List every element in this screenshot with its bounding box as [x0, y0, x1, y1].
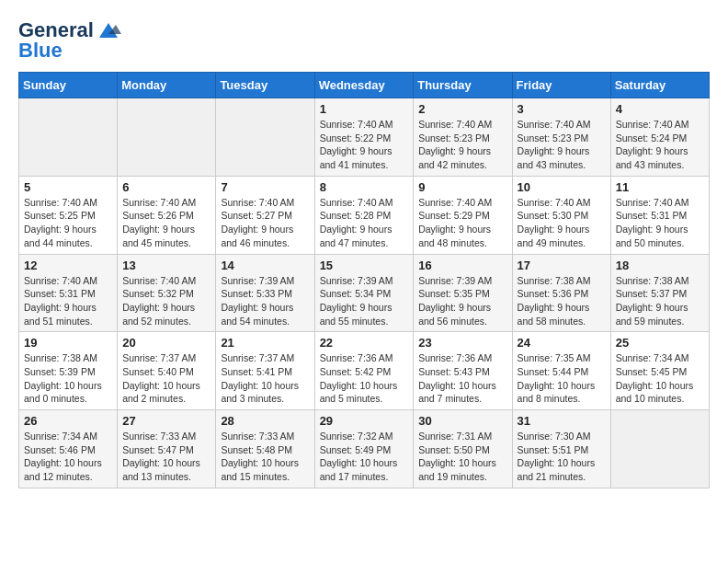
day-number: 9: [418, 180, 506, 194]
day-number: 15: [320, 259, 409, 272]
calendar-cell: 31Sunrise: 7:30 AM Sunset: 5:51 PM Dayli…: [512, 410, 610, 488]
calendar-cell: 22Sunrise: 7:36 AM Sunset: 5:42 PM Dayli…: [314, 332, 414, 410]
day-info: Sunrise: 7:36 AM Sunset: 5:43 PM Dayligh…: [418, 351, 506, 406]
calendar-week-row: 1Sunrise: 7:40 AM Sunset: 5:22 PM Daylig…: [19, 98, 710, 177]
day-number: 3: [518, 102, 606, 116]
calendar-cell: 15Sunrise: 7:39 AM Sunset: 5:34 PM Dayli…: [314, 254, 414, 332]
calendar-cell: 23Sunrise: 7:36 AM Sunset: 5:43 PM Dayli…: [414, 332, 512, 410]
day-number: 8: [320, 180, 409, 194]
logo: General Blue: [18, 18, 121, 63]
day-info: Sunrise: 7:40 AM Sunset: 5:31 PM Dayligh…: [24, 274, 112, 328]
calendar-cell: 30Sunrise: 7:31 AM Sunset: 5:50 PM Dayli…: [414, 410, 512, 488]
day-info: Sunrise: 7:38 AM Sunset: 5:37 PM Dayligh…: [616, 274, 704, 328]
day-of-week-header: Tuesday: [216, 73, 314, 98]
calendar-cell: 14Sunrise: 7:39 AM Sunset: 5:33 PM Dayli…: [216, 254, 314, 332]
calendar-cell: 16Sunrise: 7:39 AM Sunset: 5:35 PM Dayli…: [414, 254, 512, 332]
calendar-cell: 26Sunrise: 7:34 AM Sunset: 5:46 PM Dayli…: [19, 410, 118, 488]
day-info: Sunrise: 7:35 AM Sunset: 5:44 PM Dayligh…: [518, 351, 606, 406]
calendar-cell: 28Sunrise: 7:33 AM Sunset: 5:48 PM Dayli…: [216, 410, 314, 488]
day-info: Sunrise: 7:40 AM Sunset: 5:22 PM Dayligh…: [320, 118, 409, 172]
day-info: Sunrise: 7:40 AM Sunset: 5:29 PM Dayligh…: [418, 196, 506, 250]
day-number: 31: [518, 414, 606, 428]
day-info: Sunrise: 7:30 AM Sunset: 5:51 PM Dayligh…: [518, 430, 606, 484]
calendar-cell: 21Sunrise: 7:37 AM Sunset: 5:41 PM Dayli…: [216, 332, 314, 410]
day-info: Sunrise: 7:40 AM Sunset: 5:25 PM Dayligh…: [24, 196, 112, 250]
day-of-week-header: Monday: [118, 73, 216, 98]
day-info: Sunrise: 7:40 AM Sunset: 5:32 PM Dayligh…: [122, 274, 210, 328]
day-number: 26: [24, 414, 112, 428]
day-info: Sunrise: 7:33 AM Sunset: 5:47 PM Dayligh…: [122, 430, 210, 484]
day-number: 5: [24, 180, 112, 194]
day-info: Sunrise: 7:37 AM Sunset: 5:40 PM Dayligh…: [122, 351, 210, 406]
day-number: 4: [616, 102, 704, 116]
day-number: 28: [221, 414, 309, 428]
calendar-cell: 7Sunrise: 7:40 AM Sunset: 5:27 PM Daylig…: [216, 176, 314, 254]
day-info: Sunrise: 7:40 AM Sunset: 5:28 PM Dayligh…: [320, 196, 409, 250]
calendar-week-row: 12Sunrise: 7:40 AM Sunset: 5:31 PM Dayli…: [19, 254, 710, 332]
calendar-cell: 29Sunrise: 7:32 AM Sunset: 5:49 PM Dayli…: [314, 410, 414, 488]
day-info: Sunrise: 7:39 AM Sunset: 5:34 PM Dayligh…: [320, 274, 409, 328]
calendar-cell: [19, 98, 118, 177]
day-info: Sunrise: 7:40 AM Sunset: 5:31 PM Dayligh…: [616, 196, 704, 250]
day-info: Sunrise: 7:31 AM Sunset: 5:50 PM Dayligh…: [418, 430, 506, 484]
day-number: 14: [221, 259, 309, 272]
day-number: 17: [518, 259, 606, 272]
day-number: 27: [122, 414, 210, 428]
day-info: Sunrise: 7:38 AM Sunset: 5:36 PM Dayligh…: [518, 274, 606, 328]
day-of-week-header: Wednesday: [314, 73, 414, 98]
logo-icon: [96, 21, 121, 40]
calendar-cell: 11Sunrise: 7:40 AM Sunset: 5:31 PM Dayli…: [610, 176, 709, 254]
day-number: 11: [616, 180, 704, 194]
calendar-cell: 24Sunrise: 7:35 AM Sunset: 5:44 PM Dayli…: [512, 332, 610, 410]
day-of-week-header: Saturday: [610, 73, 709, 98]
calendar-cell: [610, 410, 709, 488]
day-info: Sunrise: 7:34 AM Sunset: 5:46 PM Dayligh…: [24, 430, 112, 484]
day-info: Sunrise: 7:32 AM Sunset: 5:49 PM Dayligh…: [320, 430, 409, 484]
day-info: Sunrise: 7:33 AM Sunset: 5:48 PM Dayligh…: [221, 430, 309, 484]
calendar-cell: [118, 98, 216, 177]
calendar-cell: 9Sunrise: 7:40 AM Sunset: 5:29 PM Daylig…: [414, 176, 512, 254]
day-number: 12: [24, 259, 112, 272]
calendar-header-row: SundayMondayTuesdayWednesdayThursdayFrid…: [19, 73, 710, 98]
day-info: Sunrise: 7:39 AM Sunset: 5:35 PM Dayligh…: [418, 274, 506, 328]
day-number: 18: [616, 259, 704, 272]
calendar-cell: 19Sunrise: 7:38 AM Sunset: 5:39 PM Dayli…: [19, 332, 118, 410]
day-info: Sunrise: 7:40 AM Sunset: 5:23 PM Dayligh…: [518, 118, 606, 172]
day-info: Sunrise: 7:40 AM Sunset: 5:27 PM Dayligh…: [221, 196, 309, 250]
calendar-cell: 27Sunrise: 7:33 AM Sunset: 5:47 PM Dayli…: [118, 410, 216, 488]
day-number: 7: [221, 180, 309, 194]
day-info: Sunrise: 7:40 AM Sunset: 5:23 PM Dayligh…: [418, 118, 506, 172]
day-number: 21: [221, 336, 309, 350]
day-number: 6: [122, 180, 210, 194]
day-number: 29: [320, 414, 409, 428]
day-info: Sunrise: 7:34 AM Sunset: 5:45 PM Dayligh…: [616, 351, 704, 406]
day-info: Sunrise: 7:36 AM Sunset: 5:42 PM Dayligh…: [320, 351, 409, 406]
calendar-cell: 20Sunrise: 7:37 AM Sunset: 5:40 PM Dayli…: [118, 332, 216, 410]
calendar-cell: 13Sunrise: 7:40 AM Sunset: 5:32 PM Dayli…: [118, 254, 216, 332]
day-info: Sunrise: 7:37 AM Sunset: 5:41 PM Dayligh…: [221, 351, 309, 406]
calendar-week-row: 19Sunrise: 7:38 AM Sunset: 5:39 PM Dayli…: [19, 332, 710, 410]
day-number: 16: [418, 259, 506, 272]
day-number: 13: [122, 259, 210, 272]
day-info: Sunrise: 7:39 AM Sunset: 5:33 PM Dayligh…: [221, 274, 309, 328]
calendar-cell: 5Sunrise: 7:40 AM Sunset: 5:25 PM Daylig…: [19, 176, 118, 254]
day-info: Sunrise: 7:40 AM Sunset: 5:24 PM Dayligh…: [616, 118, 704, 172]
day-number: 22: [320, 336, 409, 350]
calendar-cell: 1Sunrise: 7:40 AM Sunset: 5:22 PM Daylig…: [314, 98, 414, 177]
calendar-cell: 17Sunrise: 7:38 AM Sunset: 5:36 PM Dayli…: [512, 254, 610, 332]
page-header: General Blue: [18, 18, 710, 63]
logo-blue: Blue: [18, 39, 63, 63]
calendar-cell: 8Sunrise: 7:40 AM Sunset: 5:28 PM Daylig…: [314, 176, 414, 254]
calendar-cell: 2Sunrise: 7:40 AM Sunset: 5:23 PM Daylig…: [414, 98, 512, 177]
calendar-cell: 12Sunrise: 7:40 AM Sunset: 5:31 PM Dayli…: [19, 254, 118, 332]
calendar-week-row: 5Sunrise: 7:40 AM Sunset: 5:25 PM Daylig…: [19, 176, 710, 254]
day-number: 24: [518, 336, 606, 350]
calendar-cell: 25Sunrise: 7:34 AM Sunset: 5:45 PM Dayli…: [610, 332, 709, 410]
calendar-cell: 6Sunrise: 7:40 AM Sunset: 5:26 PM Daylig…: [118, 176, 216, 254]
day-info: Sunrise: 7:38 AM Sunset: 5:39 PM Dayligh…: [24, 351, 112, 406]
day-of-week-header: Sunday: [19, 73, 118, 98]
calendar-cell: 4Sunrise: 7:40 AM Sunset: 5:24 PM Daylig…: [610, 98, 709, 177]
calendar-cell: 18Sunrise: 7:38 AM Sunset: 5:37 PM Dayli…: [610, 254, 709, 332]
day-of-week-header: Friday: [512, 73, 610, 98]
day-of-week-header: Thursday: [414, 73, 512, 98]
